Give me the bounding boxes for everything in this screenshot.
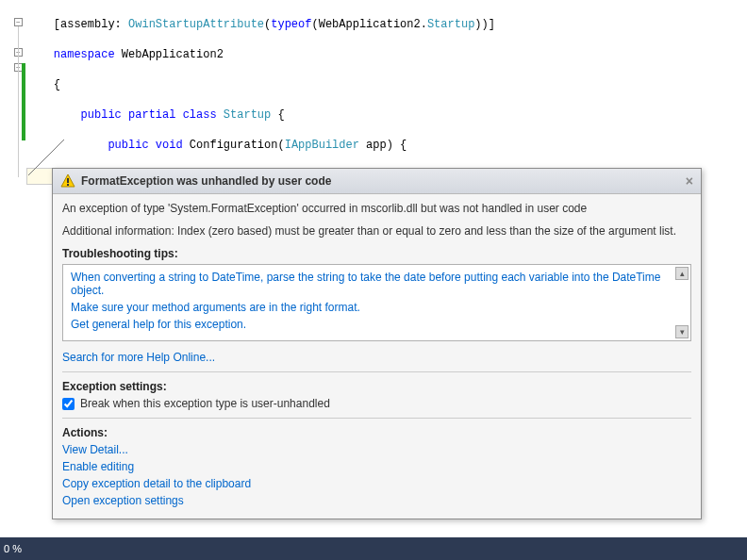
search-help-link[interactable]: Search for more Help Online... <box>62 351 691 364</box>
copy-detail-link[interactable]: Copy exception detail to the clipboard <box>62 477 691 490</box>
view-detail-link[interactable]: View Detail... <box>62 443 691 456</box>
warning-icon <box>60 173 75 189</box>
scroll-down-icon[interactable]: ▾ <box>675 325 689 338</box>
exception-additional-info: Additional information: Index (zero base… <box>62 224 691 238</box>
exception-popup: FormatException was unhandled by user co… <box>52 168 702 519</box>
close-icon[interactable]: × <box>686 174 693 188</box>
exception-title: FormatException was unhandled by user co… <box>81 174 331 188</box>
tip-link[interactable]: When converting a string to DateTime, pa… <box>71 271 683 297</box>
exception-header[interactable]: FormatException was unhandled by user co… <box>53 169 701 194</box>
tips-list: When converting a string to DateTime, pa… <box>62 264 691 341</box>
break-unhandled-label: Break when this exception type is user-u… <box>80 397 330 410</box>
divider <box>62 371 691 372</box>
zoom-level[interactable]: 0 % <box>4 543 22 554</box>
actions-title: Actions: <box>62 426 691 439</box>
tip-link[interactable]: Make sure your method arguments are in t… <box>71 301 683 314</box>
tip-link[interactable]: Get general help for this exception. <box>71 318 683 331</box>
exception-settings-title: Exception settings: <box>62 380 691 393</box>
scroll-up-icon[interactable]: ▴ <box>675 267 689 280</box>
exception-message: An exception of type 'System.FormatExcep… <box>62 202 691 215</box>
divider <box>62 418 691 419</box>
break-unhandled-checkbox[interactable] <box>62 398 75 410</box>
open-settings-link[interactable]: Open exception settings <box>62 494 691 507</box>
svg-rect-0 <box>67 178 69 183</box>
svg-rect-1 <box>67 184 69 186</box>
troubleshooting-title: Troubleshooting tips: <box>62 247 691 260</box>
status-bar: 0 % <box>0 537 747 560</box>
enable-editing-link[interactable]: Enable editing <box>62 460 691 473</box>
